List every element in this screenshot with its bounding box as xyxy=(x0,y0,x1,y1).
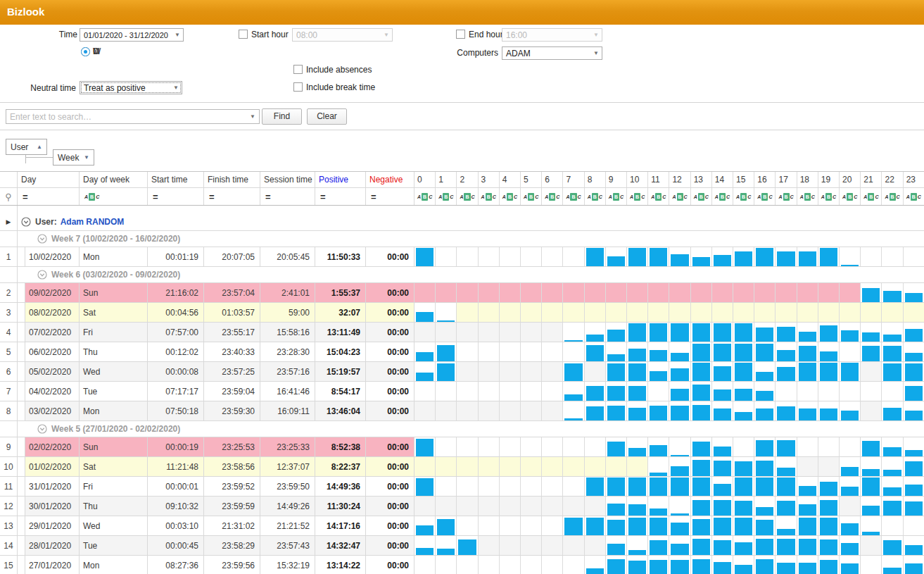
hour-cell-20[interactable] xyxy=(840,323,861,342)
hour-cell-20[interactable] xyxy=(840,497,861,516)
cell-day[interactable]: 31/01/2020 xyxy=(25,477,80,496)
cell-day-of-week[interactable]: Thu xyxy=(80,497,148,516)
cell-session-time[interactable]: 16:09:11 xyxy=(260,401,315,420)
hour-cell-3[interactable] xyxy=(479,477,500,496)
filter-cell-hour-21[interactable]: ABC xyxy=(861,188,882,205)
hour-cell-13[interactable] xyxy=(691,477,712,496)
col-header-hour-17[interactable]: 17 xyxy=(776,172,797,187)
hour-cell-22[interactable] xyxy=(882,457,903,476)
col-header-hour-13[interactable]: 13 xyxy=(691,172,712,187)
hour-cell-14[interactable] xyxy=(712,247,733,266)
hour-cell-23[interactable] xyxy=(904,556,924,574)
collapse-icon[interactable] xyxy=(37,424,47,434)
hour-cell-17[interactable] xyxy=(776,362,797,381)
cell-session-time[interactable]: 23:57:16 xyxy=(260,362,315,381)
collapse-icon[interactable] xyxy=(37,270,47,280)
hour-cell-0[interactable] xyxy=(414,536,436,555)
week-group-row[interactable]: Week 7 (10/02/2020 - 16/02/2020) xyxy=(0,231,924,247)
hour-cell-11[interactable] xyxy=(648,303,669,322)
hour-cell-16[interactable] xyxy=(754,283,776,302)
hour-cell-11[interactable] xyxy=(648,457,669,476)
hour-cell-20[interactable] xyxy=(840,457,861,476)
hour-cell-11[interactable] xyxy=(648,477,669,496)
col-header-hour-21[interactable]: 21 xyxy=(861,172,882,187)
cell-day[interactable]: 06/02/2020 xyxy=(25,342,80,361)
hour-cell-0[interactable] xyxy=(414,457,436,476)
hour-cell-10[interactable] xyxy=(627,437,648,456)
cell-start-time[interactable]: 00:03:10 xyxy=(148,516,204,535)
week-group-row[interactable]: Week 6 (03/02/2020 - 09/02/2020) xyxy=(0,267,924,283)
hour-cell-13[interactable] xyxy=(691,457,712,476)
hour-cell-17[interactable] xyxy=(776,283,797,302)
hour-cell-12[interactable] xyxy=(669,362,690,381)
cell-negative[interactable]: 00:00 xyxy=(366,477,414,496)
hour-cell-19[interactable] xyxy=(818,497,840,516)
hour-cell-18[interactable] xyxy=(797,283,818,302)
hour-cell-16[interactable] xyxy=(754,516,776,535)
hour-cell-11[interactable] xyxy=(648,362,669,381)
include-break-checkbox[interactable] xyxy=(293,82,303,92)
hour-cell-5[interactable] xyxy=(521,283,542,302)
hour-cell-19[interactable] xyxy=(818,536,840,555)
col-header-day[interactable]: Day xyxy=(18,172,80,187)
hour-cell-15[interactable] xyxy=(733,382,754,401)
hour-cell-1[interactable] xyxy=(436,382,457,401)
include-absences-checkbox[interactable] xyxy=(293,65,303,74)
hour-cell-22[interactable] xyxy=(882,556,903,574)
hour-cell-12[interactable] xyxy=(669,247,690,266)
hour-cell-2[interactable] xyxy=(457,247,478,266)
hour-cell-14[interactable] xyxy=(712,497,733,516)
hour-cell-7[interactable] xyxy=(563,477,584,496)
hour-cell-19[interactable] xyxy=(818,516,840,535)
hour-cell-13[interactable] xyxy=(691,303,712,322)
hour-cell-10[interactable] xyxy=(627,536,648,555)
col-header-hour-18[interactable]: 18 xyxy=(797,172,818,187)
hour-cell-20[interactable] xyxy=(840,247,861,266)
hour-cell-21[interactable] xyxy=(861,362,882,381)
week-group-header[interactable]: Week 5 (27/01/2020 - 02/02/2020) xyxy=(18,421,924,437)
hour-cell-11[interactable] xyxy=(648,323,669,342)
cell-negative[interactable]: 00:00 xyxy=(366,362,414,381)
group-by-week[interactable]: Week ▼ xyxy=(53,149,94,166)
hour-cell-21[interactable] xyxy=(861,247,882,266)
hour-cell-6[interactable] xyxy=(542,437,563,456)
hour-cell-0[interactable] xyxy=(414,247,436,266)
hour-cell-3[interactable] xyxy=(479,342,500,361)
cell-start-time[interactable]: 09:10:32 xyxy=(148,497,204,516)
hour-cell-11[interactable] xyxy=(648,556,669,574)
hour-cell-1[interactable] xyxy=(436,323,457,342)
hour-cell-4[interactable] xyxy=(500,457,521,476)
hour-cell-21[interactable] xyxy=(861,323,882,342)
hour-cell-21[interactable] xyxy=(861,516,882,535)
time-range-dropdown[interactable]: 01/01/2020 - 31/12/2020 ▼ xyxy=(80,28,184,42)
hour-cell-5[interactable] xyxy=(521,457,542,476)
hour-cell-18[interactable] xyxy=(797,497,818,516)
hour-cell-0[interactable] xyxy=(414,303,436,322)
cell-finish-time[interactable]: 23:58:29 xyxy=(204,536,260,555)
hour-cell-13[interactable] xyxy=(691,516,712,535)
cell-negative[interactable]: 00:00 xyxy=(366,382,414,401)
hour-cell-17[interactable] xyxy=(776,477,797,496)
hour-cell-23[interactable] xyxy=(904,516,924,535)
hour-cell-3[interactable] xyxy=(479,303,500,322)
hour-cell-16[interactable] xyxy=(754,477,776,496)
cell-positive[interactable]: 32:07 xyxy=(315,303,366,322)
hour-cell-6[interactable] xyxy=(542,323,563,342)
col-header-hour-6[interactable]: 6 xyxy=(542,172,563,187)
hour-cell-21[interactable] xyxy=(861,401,882,420)
start-hour-dropdown[interactable]: 08:00 ▼ xyxy=(292,28,393,42)
user-group-row[interactable]: ▶User:Adam RANDOM xyxy=(0,213,924,231)
hour-cell-17[interactable] xyxy=(776,556,797,574)
hour-cell-21[interactable] xyxy=(861,556,882,574)
hour-cell-5[interactable] xyxy=(521,536,542,555)
hour-cell-8[interactable] xyxy=(585,247,606,266)
cell-day-of-week[interactable]: Sat xyxy=(80,303,148,322)
hour-cell-10[interactable] xyxy=(627,283,648,302)
hour-cell-17[interactable] xyxy=(776,437,797,456)
hour-cell-20[interactable] xyxy=(840,303,861,322)
hour-cell-10[interactable] xyxy=(627,382,648,401)
hour-cell-7[interactable] xyxy=(563,401,584,420)
hour-cell-18[interactable] xyxy=(797,556,818,574)
cell-finish-time[interactable]: 23:57:04 xyxy=(204,283,260,302)
hour-cell-3[interactable] xyxy=(479,556,500,574)
